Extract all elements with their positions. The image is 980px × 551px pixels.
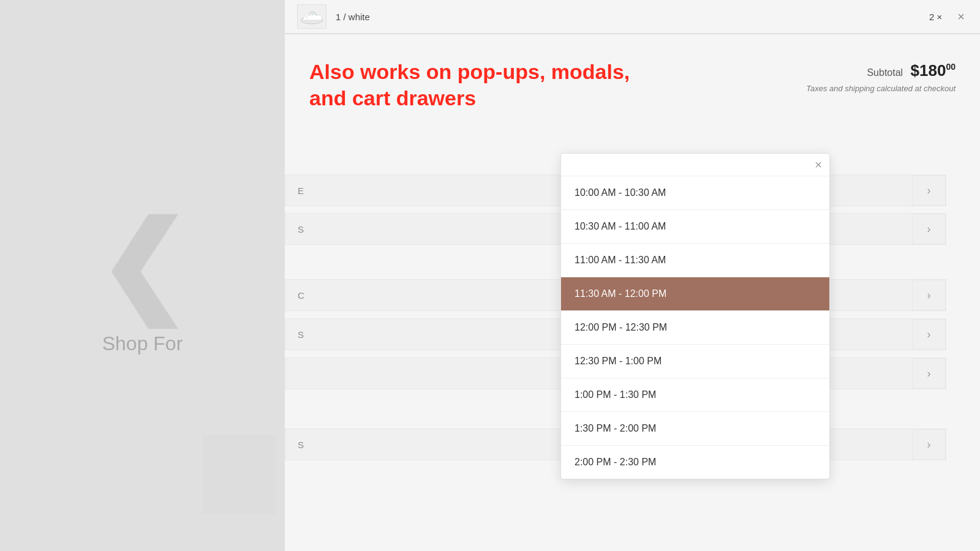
subtotal-price: $18000 [911,61,956,80]
partial-row-3-text: C [298,290,304,301]
partial-row-4-arrow: › [912,319,946,350]
time-slots-list: 10:00 AM - 10:30 AM10:30 AM - 11:00 AM11… [561,176,829,479]
left-panel: ❮ Shop For [0,0,285,551]
time-slot-5[interactable]: 12:30 PM - 1:00 PM [561,345,829,378]
partial-row-5-arrow: › [912,358,946,389]
svg-point-4 [312,14,313,15]
product-thumbnail-box [202,435,276,514]
subtotal-area: Subtotal $18000 Taxes and shipping calcu… [806,61,956,93]
time-picker-dropdown: × 10:00 AM - 10:30 AM10:30 AM - 11:00 AM… [560,153,830,479]
partial-row-6-arrow: › [912,429,946,460]
time-slot-6[interactable]: 1:00 PM - 1:30 PM [561,378,829,412]
dropdown-close-button[interactable]: × [815,159,822,171]
partial-row-1-text: E [298,186,304,196]
partial-row-2-text: S [298,224,304,234]
partial-row-6-text: S [298,440,304,450]
time-slot-7[interactable]: 1:30 PM - 2:00 PM [561,412,829,446]
cart-item-bar: 1 / white 2 × × [285,0,980,34]
back-arrow-icon: ❮ [96,209,189,320]
time-slot-3[interactable]: 11:30 AM - 12:00 PM [561,277,829,311]
partial-row-3-arrow: › [912,280,946,310]
svg-point-3 [310,14,311,15]
svg-point-1 [306,17,307,18]
partial-row-4-text: S [298,329,304,340]
shoe-svg-icon [300,8,324,25]
cart-item-close-button[interactable]: × [954,7,968,27]
time-slot-4[interactable]: 12:00 PM - 12:30 PM [561,311,829,345]
shoe-thumbnail [297,4,326,29]
partial-row-1-arrow: › [912,175,946,206]
main-content: 1 / white 2 × × Also works on pop-ups, m… [285,0,980,551]
time-slot-2[interactable]: 11:00 AM - 11:30 AM [561,244,829,277]
time-slot-8[interactable]: 2:00 PM - 2:30 PM [561,446,829,479]
partial-row-2-arrow: › [912,214,946,244]
item-quantity-right: 2 × [929,12,942,22]
subtotal-label: Subtotal [867,67,903,78]
svg-point-2 [308,15,309,16]
shop-for-label: Shop For [102,332,183,355]
time-slot-0[interactable]: 10:00 AM - 10:30 AM [561,176,829,210]
time-slot-1[interactable]: 10:30 AM - 11:00 AM [561,210,829,244]
taxes-shipping-text: Taxes and shipping calculated at checkou… [806,84,956,93]
dropdown-header: × [561,154,829,176]
promo-text: Also works on pop-ups, modals, and cart … [309,59,689,111]
item-quantity-color: 1 / white [336,12,929,22]
